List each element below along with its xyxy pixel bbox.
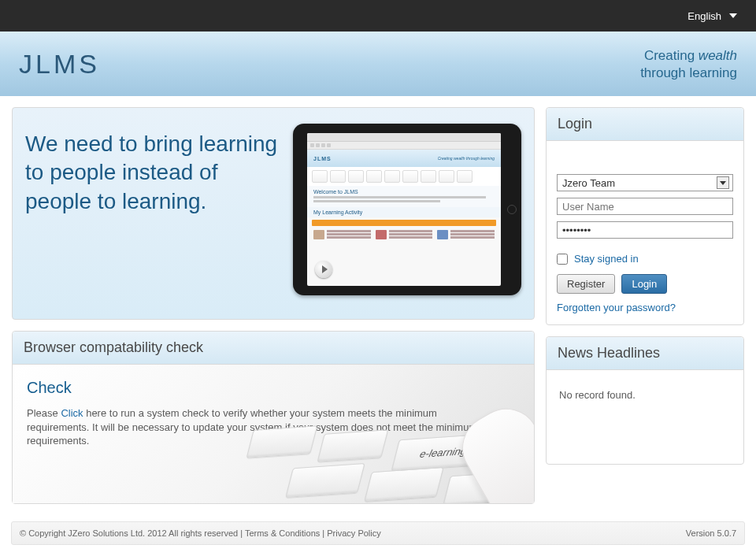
footer-version: Version 5.0.7	[686, 528, 736, 538]
footer: © Copyright JZero Solutions Ltd. 2012 Al…	[11, 521, 745, 545]
hero-text: We need to bring learning to people inst…	[25, 124, 282, 216]
login-panel: Login Jzero Team Stay signed in Register…	[546, 107, 744, 325]
login-header: Login	[547, 108, 743, 141]
privacy-link[interactable]: Privacy Policy	[327, 528, 380, 538]
stay-signed-label: Stay signed in	[574, 253, 639, 265]
mini-logo: JLMS	[313, 156, 332, 161]
team-select-value: Jzero Team	[562, 177, 615, 189]
footer-copyright: © Copyright JZero Solutions Ltd. 2012 Al…	[20, 528, 238, 538]
mini-welcome-title: Welcome to JLMS	[313, 189, 495, 195]
news-empty: No record found.	[547, 370, 743, 464]
news-panel: News Headlines No record found.	[546, 336, 744, 465]
compat-title: Check	[27, 379, 520, 397]
play-icon[interactable]	[315, 261, 332, 278]
mini-activity-header: My Learning Activity	[307, 207, 501, 217]
compat-click-link[interactable]: Click	[61, 407, 83, 419]
mini-tagline: Creating wealth through learning	[438, 156, 495, 161]
password-input[interactable]	[557, 221, 733, 239]
username-input[interactable]	[557, 198, 733, 215]
compat-text: Please Click here to run a system check …	[27, 406, 499, 448]
hero-panel: We need to bring learning to people inst…	[12, 107, 535, 320]
terms-link[interactable]: Terms & Conditions	[245, 528, 320, 538]
register-button[interactable]: Register	[557, 274, 615, 294]
chevron-down-icon	[717, 176, 729, 189]
tagline: Creating wealth through learning	[640, 47, 737, 81]
topbar: English	[0, 0, 756, 32]
tagline-wealth: wealth	[699, 48, 737, 63]
login-button[interactable]: Login	[621, 274, 667, 294]
tagline-part1: Creating	[644, 48, 699, 63]
forgot-password-link[interactable]: Forgotten your password?	[557, 302, 676, 313]
news-header: News Headlines	[547, 337, 743, 370]
logo: JLMS	[19, 49, 100, 80]
team-select[interactable]: Jzero Team	[557, 174, 733, 191]
language-label: English	[687, 10, 721, 22]
stay-signed-checkbox[interactable]	[557, 254, 568, 265]
language-selector[interactable]: English	[687, 10, 737, 22]
site-header: JLMS Creating wealth through learning	[0, 32, 756, 96]
compat-panel: Browser compatability check Check Please…	[12, 331, 535, 504]
tablet-illustration: JLMS Creating wealth through learning We…	[293, 124, 521, 295]
compat-header: Browser compatability check	[13, 332, 534, 365]
chevron-down-icon	[729, 13, 737, 18]
tagline-part2: through learning	[640, 65, 737, 81]
